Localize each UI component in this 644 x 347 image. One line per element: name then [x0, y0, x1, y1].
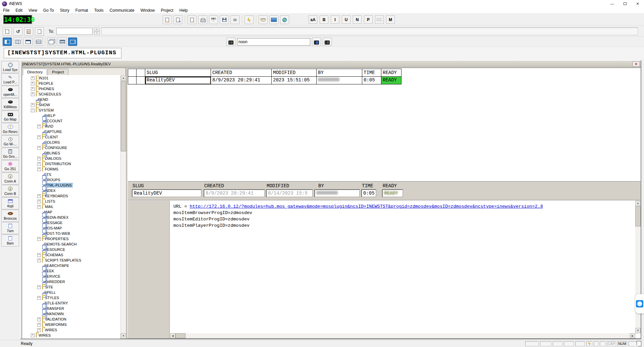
tree-item-people[interactable]: +PEOPLE	[22, 81, 120, 86]
expand-plus-icon[interactable]: +	[31, 92, 35, 96]
menu-edit[interactable]: Edit	[12, 7, 25, 13]
tree-item-shredder[interactable]: SHREDDER	[22, 279, 120, 284]
tree-item-script-templates[interactable]: +SCRIPT-TEMPLATES	[22, 258, 120, 263]
column-header-ready[interactable]: READY	[381, 69, 401, 77]
menu-story[interactable]: Story	[57, 7, 72, 13]
tree-item-help[interactable]: *HELP	[22, 113, 120, 118]
form-field-time[interactable]: 0:05	[361, 189, 376, 197]
recall-story-button[interactable]: ↻	[13, 27, 22, 36]
expand-plus-icon[interactable]: +	[31, 82, 35, 85]
cell-by[interactable]	[317, 77, 362, 84]
cell-ready[interactable]: READY	[381, 77, 401, 84]
tree-item-title-entry[interactable]: TITLE-ENTRY	[22, 300, 120, 306]
expand-plus-icon[interactable]: +	[37, 125, 41, 128]
tree-item-transfer[interactable]: TRANSFER	[22, 306, 120, 311]
tab-project[interactable]: Project	[48, 69, 68, 75]
spell-check-button[interactable]: ABC✓	[209, 15, 218, 24]
shortcut-conn-b[interactable]: 2Conn B	[1, 185, 19, 197]
tree-item-capture[interactable]: CAPTURE	[22, 129, 120, 134]
tree-item-forms[interactable]: +FORMS	[22, 166, 120, 172]
tree-item-validation[interactable]: +VALIDATION	[22, 317, 120, 322]
message-basket-button[interactable]	[259, 15, 268, 24]
queue-window-titlebar[interactable]: [INEWSTST]SYSTEM.HTML-PLUGINS.RealityDEV…	[21, 61, 641, 67]
column-header-slug[interactable]: SLUG	[145, 69, 211, 77]
spinner-down-icon[interactable]: ▼	[94, 31, 100, 35]
shortcut-go-w[interactable]: Go W-...	[1, 135, 19, 147]
tree-item-wires[interactable]: +WIRES	[22, 333, 120, 338]
form-field-ready[interactable]: READY	[382, 189, 403, 197]
scroll-down-icon[interactable]: ▼	[635, 328, 641, 333]
tree-item-site[interactable]: +SITE	[22, 284, 120, 290]
media-panel-button[interactable]	[269, 15, 278, 24]
layout-rows-button[interactable]	[34, 38, 43, 46]
tree-item-groups[interactable]: GROUPS	[22, 177, 120, 183]
shortcut-openm[interactable]: openM...	[1, 86, 19, 98]
copy-story-button[interactable]	[24, 27, 33, 36]
scroll-left-icon[interactable]: ◀	[170, 333, 175, 338]
urgent-message-button[interactable]: ϟ	[245, 15, 254, 24]
tree-item-fts[interactable]: FTS	[22, 172, 120, 177]
menu-view[interactable]: View	[25, 7, 40, 13]
close-button[interactable]: ✕	[631, 0, 644, 7]
form-field-modified[interactable]: 8/14/2023 15:5	[266, 189, 313, 197]
format-italic-button[interactable]: I	[331, 15, 339, 24]
search-input[interactable]	[237, 38, 310, 46]
expand-plus-icon[interactable]: +	[31, 103, 35, 107]
shortcut-killmess[interactable]: KillMess	[1, 98, 19, 110]
layout-directory-button[interactable]	[3, 38, 12, 46]
tree-item-searchtape[interactable]: SEARCHTAPE	[22, 263, 120, 268]
shortcut-8am[interactable]: 8am	[1, 234, 19, 247]
tree-item-properties[interactable]: +PROPERTIES	[22, 236, 120, 241]
tree-item-map[interactable]: MAP	[22, 209, 120, 215]
spinner-up-icon[interactable]: ▲	[94, 27, 100, 31]
new-story-form-button[interactable]	[187, 15, 197, 24]
menu-communicate[interactable]: Communicate	[107, 7, 138, 13]
format-normal-button[interactable]: N	[353, 15, 362, 24]
expand-plus-icon[interactable]: +	[37, 323, 41, 327]
column-header-created[interactable]: CREATED	[211, 69, 272, 77]
tree-item-configure[interactable]: +CONFIGURE	[22, 145, 120, 150]
scroll-thumb[interactable]	[121, 81, 126, 151]
shortcut-broncos[interactable]: Broncos	[1, 210, 19, 222]
new-story-button[interactable]	[3, 27, 12, 36]
tree-item-phones[interactable]: +PHONES	[22, 86, 120, 91]
tab-directory[interactable]: Directory	[23, 69, 47, 75]
expand-plus-icon[interactable]: +	[31, 334, 35, 337]
menu-window[interactable]: Window	[138, 7, 158, 13]
expand-plus-icon[interactable]: +	[31, 87, 35, 91]
expand-plus-icon[interactable]: +	[37, 259, 41, 262]
tree-item-distribution[interactable]: +DISTRIBUTION	[22, 161, 120, 166]
mos-gateway-link[interactable]: http://172.16.0.12/?modules=hub.mos_gate…	[190, 204, 543, 209]
tree-item-schedules[interactable]: +SCHEDULES	[22, 91, 120, 97]
tree-item-wires[interactable]: +WIRES	[22, 327, 120, 333]
tree-item-schemas[interactable]: +SCHEMAS	[22, 252, 120, 258]
form-field-slug[interactable]: RealityDEV	[132, 189, 202, 197]
tree-item-remote-search[interactable]: REMOTE-SEARCH	[22, 241, 120, 247]
tree-scrollbar[interactable]: ▲ ▼	[120, 75, 126, 339]
layout-list-button[interactable]	[58, 38, 67, 46]
tree-item-media-index[interactable]: MEDIA-INDEX	[22, 215, 120, 220]
menu-tools[interactable]: Tools	[91, 7, 107, 13]
minimize-button[interactable]: —	[606, 0, 619, 7]
column-header-by[interactable]: BY	[317, 69, 362, 77]
shortcut-go-251[interactable]: ↩Go 251	[1, 160, 19, 172]
format-underline-button[interactable]: U	[342, 15, 351, 24]
expand-plus-icon[interactable]: +	[37, 157, 41, 160]
tree-item-in101[interactable]: +IN101	[22, 75, 120, 81]
tree-item-mos-map[interactable]: MOS-MAP	[22, 225, 120, 231]
scroll-thumb[interactable]	[175, 333, 185, 338]
shortcut-go-gro[interactable]: Go Gro...	[1, 148, 19, 160]
open-rundown-button[interactable]	[163, 15, 172, 24]
expand-plus-icon[interactable]: +	[37, 162, 41, 166]
tree-item-colors[interactable]: COLORS	[22, 140, 120, 145]
layout-split-vertical-button[interactable]	[68, 38, 77, 46]
expand-plus-icon[interactable]: +	[37, 200, 41, 203]
column-header-modified[interactable]: MODIFIED	[272, 69, 317, 77]
menu-file[interactable]: File	[0, 7, 12, 13]
row-gutter[interactable]	[128, 77, 137, 84]
expand-plus-icon[interactable]: +	[37, 205, 41, 209]
tree-item-send[interactable]: SEND	[22, 97, 120, 102]
send-mail-button[interactable]: ✉	[230, 15, 239, 24]
scroll-up-icon[interactable]: ▲	[635, 201, 641, 206]
tree-item-message[interactable]: MESSAGE	[22, 220, 120, 225]
